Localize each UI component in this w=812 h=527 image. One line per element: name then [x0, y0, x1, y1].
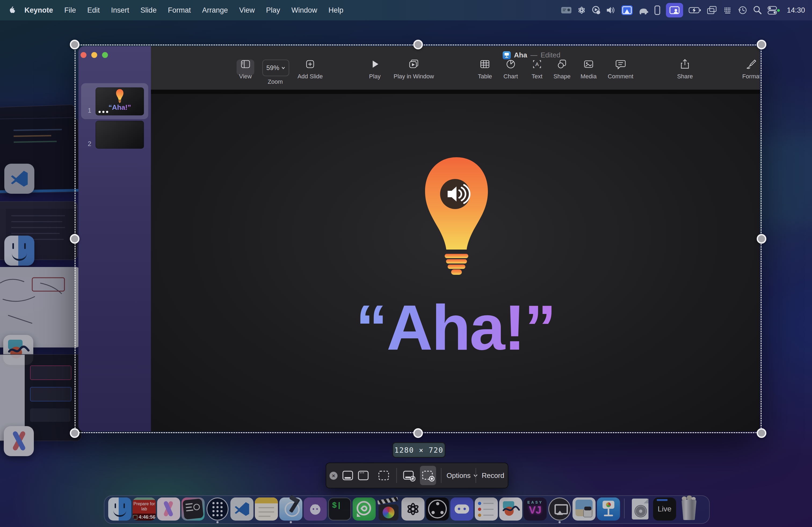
chart-button[interactable]: Text Chart: [504, 59, 518, 80]
zoom-window-button[interactable]: [102, 52, 108, 58]
menu-item-play[interactable]: Play: [260, 6, 286, 15]
menu-item-help[interactable]: Help: [323, 6, 349, 15]
capture-window-icon[interactable]: [358, 470, 369, 482]
keynote-doc-icon: [503, 51, 511, 59]
slide-canvas: “Aha!”: [151, 94, 760, 432]
zoom-select[interactable]: 59%: [262, 60, 289, 76]
capture-screen-icon[interactable]: [342, 470, 354, 482]
dim-overlay-left: [0, 45, 75, 433]
options-dropdown[interactable]: Options: [447, 463, 478, 488]
document-name: Aha: [514, 51, 527, 59]
chevron-down-icon: [281, 66, 285, 69]
view-button[interactable]: View: [239, 59, 251, 80]
slide-title-text[interactable]: “Aha!”: [151, 296, 760, 360]
apple-menu[interactable]: [0, 5, 19, 15]
selection-handle-right-middle[interactable]: [757, 234, 766, 244]
selection-handle-top-left[interactable]: [70, 40, 79, 49]
selection-handle-bottom-middle[interactable]: [413, 428, 423, 438]
toolbar-canvas-divider: [151, 90, 760, 94]
table-button[interactable]: Table: [478, 59, 492, 80]
time-machine-icon[interactable]: [738, 5, 748, 15]
record-screen-icon[interactable]: [403, 470, 416, 483]
svg-text:A: A: [535, 61, 539, 67]
battery-charging-icon[interactable]: [688, 7, 701, 14]
selection-handle-left-middle[interactable]: [70, 234, 79, 244]
record-selection-icon[interactable]: [422, 470, 434, 483]
desktop: Prepare for lab 4:46:56: [0, 0, 812, 527]
device-icon[interactable]: [654, 5, 661, 15]
capture-toolbar-divider: [441, 468, 441, 483]
selection-handle-top-right[interactable]: [757, 40, 766, 49]
comment-button[interactable]: Comment: [608, 59, 633, 80]
format-button[interactable]: Format: [742, 59, 760, 80]
close-icon[interactable]: ×: [330, 472, 337, 480]
menu-item-insert[interactable]: Insert: [105, 6, 135, 15]
play-in-window-button[interactable]: Play in Window: [394, 59, 434, 80]
menu-item-edit[interactable]: Edit: [82, 6, 105, 15]
menu-clock[interactable]: 14:30: [787, 6, 805, 15]
screen-capture-toolbar: × Options Record: [326, 463, 508, 488]
selection-size-badge: 1280 × 720: [392, 442, 446, 458]
menu-app-name[interactable]: Keynote: [19, 6, 59, 15]
slide-1-number: 1: [84, 107, 91, 114]
media-button[interactable]: Media: [581, 59, 597, 80]
minimize-window-button[interactable]: [91, 52, 97, 58]
keynote-window: 1 “Aha!” 2: [78, 46, 760, 432]
share-button[interactable]: Share: [677, 59, 693, 80]
volume-icon[interactable]: [606, 6, 616, 14]
menu-item-slide[interactable]: Slide: [135, 6, 162, 15]
record-button[interactable]: Record: [481, 463, 505, 488]
status-icons: 14:30: [561, 3, 812, 17]
capture-toolbar-divider: [396, 468, 397, 483]
selection-handle-bottom-left[interactable]: [70, 428, 79, 438]
dim-overlay-right: [762, 45, 812, 433]
menu-bar: Keynote File Edit Insert Slide Format Ar…: [0, 0, 812, 20]
presenter-display-icon[interactable]: [561, 6, 572, 15]
audio-badge-icon: [440, 179, 470, 209]
close-window-button[interactable]: [81, 52, 86, 58]
control-center-icon[interactable]: [767, 5, 780, 15]
menu-item-format[interactable]: Format: [162, 6, 197, 15]
apple-logo-icon: [8, 5, 15, 13]
menu-item-arrange[interactable]: Arrange: [197, 6, 234, 15]
slide-1-thumbnail[interactable]: “Aha!”: [96, 88, 144, 115]
more-slides-dots-icon: [99, 111, 108, 113]
window-title: Aha — Edited: [503, 51, 561, 59]
slide-navigator: 1 “Aha!” 2: [78, 46, 151, 432]
selection-handle-bottom-right[interactable]: [757, 428, 766, 438]
slide-2-number: 2: [84, 140, 91, 148]
lightbulb-graphic[interactable]: [418, 155, 495, 281]
window-manager-icon[interactable]: [707, 6, 717, 15]
spotlight-icon[interactable]: [753, 6, 762, 15]
menu-item-window[interactable]: Window: [286, 6, 323, 15]
screen-sharing-active-icon[interactable]: [666, 3, 683, 17]
play-button[interactable]: Play: [369, 59, 381, 80]
menu-item-file[interactable]: File: [59, 6, 82, 15]
chatgpt-menu-icon[interactable]: [577, 6, 586, 15]
slide-1-thumb-text: “Aha!”: [96, 103, 144, 111]
screen-record-menu-icon[interactable]: [591, 5, 601, 15]
text-button[interactable]: A Text: [532, 59, 543, 80]
keyboard-grid-icon[interactable]: [722, 5, 733, 15]
edited-status: Edited: [540, 51, 561, 59]
slide-2-thumbnail[interactable]: [96, 121, 144, 149]
title-separator: —: [530, 51, 537, 59]
capture-toolbar-divider: [476, 468, 476, 483]
zoom-label: Zoom: [268, 78, 283, 85]
window-toolbar: Aha — Edited View 59% Zoom Add Slide: [151, 46, 760, 90]
add-slide-button[interactable]: Add Slide: [298, 59, 323, 80]
menu-item-view[interactable]: View: [234, 6, 260, 15]
display-mirroring-icon[interactable]: [621, 5, 633, 15]
capture-selection-icon[interactable]: [378, 470, 390, 482]
selection-handle-top-middle[interactable]: [413, 40, 423, 49]
shape-button[interactable]: Shape: [553, 59, 570, 80]
mammoth-icon[interactable]: [638, 6, 649, 15]
